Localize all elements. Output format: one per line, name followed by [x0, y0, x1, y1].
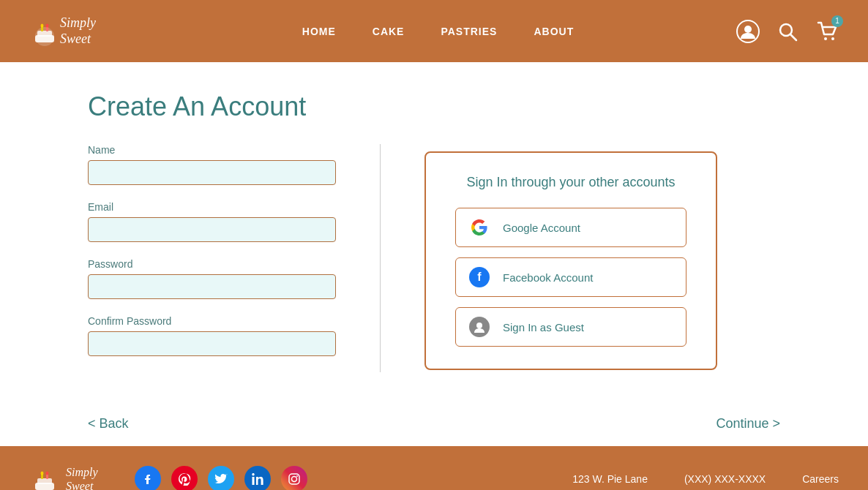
svg-rect-20: [289, 474, 299, 484]
email-group: Email: [88, 201, 336, 242]
twitter-social-link[interactable]: [208, 466, 234, 490]
footer-logo: SimplySweet: [29, 464, 98, 490]
svg-rect-15: [37, 478, 52, 484]
footer: SimplySweet 123 W. Pie Lane (XXX) XXX-XX…: [0, 446, 868, 490]
confirm-password-label: Confirm Password: [88, 315, 336, 327]
svg-point-11: [824, 37, 827, 40]
nav-cake[interactable]: CAKE: [373, 26, 405, 37]
facebook-social-link[interactable]: [135, 466, 161, 490]
linkedin-social-link[interactable]: [244, 466, 271, 490]
footer-info: 123 W. Pie Lane (XXX) XXX-XXXX Careers: [572, 473, 839, 485]
password-input[interactable]: [88, 274, 336, 299]
search-icon: [777, 21, 798, 42]
footer-brand-name: SimplySweet: [66, 465, 98, 490]
password-group: Password: [88, 258, 336, 299]
google-signin-label: Google Account: [503, 222, 580, 234]
svg-point-19: [46, 472, 49, 475]
email-input[interactable]: [88, 217, 336, 242]
facebook-signin-label: Facebook Account: [503, 271, 593, 284]
google-signin-button[interactable]: Google Account: [455, 208, 686, 247]
instagram-social-link[interactable]: [281, 466, 307, 490]
back-button[interactable]: < Back: [88, 416, 129, 431]
registration-form: Name Email Password Confirm Password: [88, 144, 381, 372]
guest-signin-button[interactable]: Sign In as Guest: [455, 307, 686, 347]
header: SimplySweet HOME CAKE PASTRIES ABOUT: [0, 0, 868, 62]
logo[interactable]: SimplySweet: [29, 15, 96, 47]
nav-home[interactable]: HOME: [302, 26, 336, 37]
social-links: [135, 466, 307, 490]
bottom-navigation: < Back Continue >: [0, 416, 868, 431]
account-icon: [736, 20, 760, 43]
header-actions: 1: [736, 20, 839, 43]
nav-pastries[interactable]: PASTRIES: [441, 26, 497, 37]
confirm-password-input[interactable]: [88, 331, 336, 356]
svg-point-5: [41, 23, 44, 27]
logo-icon: [29, 16, 60, 47]
form-section: Name Email Password Confirm Password Sig…: [88, 144, 802, 372]
footer-address: 123 W. Pie Lane: [572, 473, 648, 485]
name-label: Name: [88, 144, 336, 156]
facebook-icon: f: [468, 265, 491, 289]
search-button[interactable]: [777, 21, 798, 42]
pinterest-social-link[interactable]: [171, 466, 198, 490]
svg-point-13: [476, 323, 482, 328]
svg-point-12: [831, 37, 834, 40]
footer-careers[interactable]: Careers: [802, 473, 839, 485]
guest-signin-label: Sign In as Guest: [503, 321, 584, 333]
svg-point-8: [744, 26, 752, 33]
email-label: Email: [88, 201, 336, 213]
signin-title: Sign In through your other accounts: [455, 175, 686, 190]
svg-point-6: [46, 23, 49, 27]
facebook-signin-button[interactable]: f Facebook Account: [455, 257, 686, 297]
signin-box: Sign In through your other accounts Goog…: [424, 151, 717, 370]
svg-point-21: [291, 477, 296, 482]
brand-name: SimplySweet: [60, 15, 96, 47]
svg-line-10: [790, 34, 796, 40]
google-icon: [468, 216, 491, 239]
name-group: Name: [88, 144, 336, 185]
cart-badge: 1: [831, 15, 843, 27]
main-content: Create An Account Name Email Password Co…: [0, 62, 868, 416]
page-title: Create An Account: [88, 91, 802, 122]
footer-phone: (XXX) XXX-XXXX: [684, 473, 766, 485]
name-input[interactable]: [88, 160, 336, 185]
footer-logo-icon: [29, 464, 60, 490]
svg-point-22: [296, 475, 298, 477]
confirm-password-group: Confirm Password: [88, 315, 336, 356]
account-button[interactable]: [736, 20, 760, 43]
nav-about[interactable]: ABOUT: [534, 26, 574, 37]
cart-button[interactable]: 1: [815, 20, 839, 43]
main-nav: HOME CAKE PASTRIES ABOUT: [140, 26, 736, 37]
password-label: Password: [88, 258, 336, 270]
signin-section: Sign In through your other accounts Goog…: [381, 144, 802, 372]
guest-icon: [468, 315, 491, 339]
continue-button[interactable]: Continue >: [716, 416, 780, 431]
svg-point-18: [41, 472, 44, 475]
svg-rect-2: [37, 31, 52, 37]
